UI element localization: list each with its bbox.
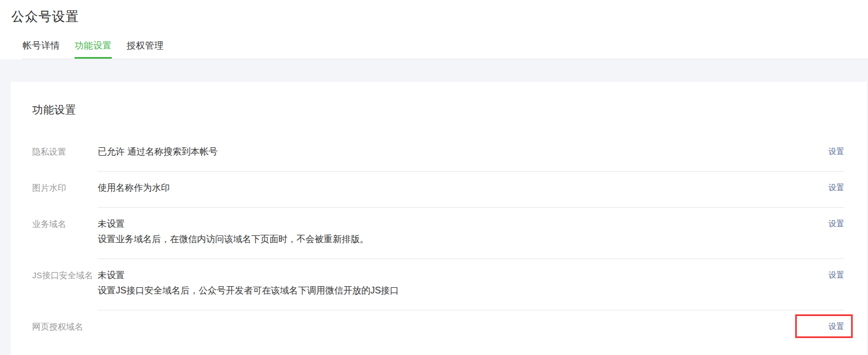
row-label: 网页授权域名 bbox=[32, 310, 98, 352]
row-description: 设置业务域名后，在微信内访问该域名下页面时，不会被重新排版。 bbox=[98, 234, 369, 244]
row-action-wrap: 设置 bbox=[828, 147, 844, 156]
row-body: 未设置 设置JS接口安全域名后，公众号开发者可在该域名下调用微信开放的JS接口 … bbox=[98, 259, 844, 310]
settings-row: 网页授权域名 设置 bbox=[32, 310, 844, 352]
tab-2[interactable]: 授权管理 bbox=[127, 40, 164, 59]
settings-row: 图片水印 使用名称作为水印 设置 bbox=[32, 172, 844, 208]
row-label: JS接口安全域名 bbox=[32, 259, 98, 310]
row-body: 使用名称作为水印 设置 bbox=[98, 172, 844, 208]
settings-row: 隐私设置 已允许 通过名称搜索到本帐号 设置 bbox=[32, 135, 844, 172]
row-action-wrap: 设置 bbox=[828, 183, 844, 192]
row-description: 设置JS接口安全域名后，公众号开发者可在该域名下调用微信开放的JS接口 bbox=[98, 286, 399, 296]
row-value: 未设置 bbox=[98, 219, 369, 229]
row-content: 未设置 设置JS接口安全域名后，公众号开发者可在该域名下调用微信开放的JS接口 bbox=[98, 270, 399, 296]
tab-bar: 帐号详情 功能设置 授权管理 bbox=[22, 40, 868, 59]
annotation-red-box: 设置 bbox=[795, 314, 853, 338]
row-body: 未设置 设置业务域名后，在微信内访问该域名下页面时，不会被重新排版。 设置 bbox=[98, 208, 844, 259]
row-content: 使用名称作为水印 bbox=[98, 183, 170, 193]
row-body: 已允许 通过名称搜索到本帐号 设置 bbox=[98, 135, 844, 172]
content-area: 功能设置 隐私设置 已允许 通过名称搜索到本帐号 设置 图片水印 使用名称作为水… bbox=[0, 59, 868, 355]
row-body: 设置 bbox=[98, 310, 844, 352]
row-label: 业务域名 bbox=[32, 208, 98, 259]
row-value: 使用名称作为水印 bbox=[98, 183, 170, 193]
row-value: 已允许 通过名称搜索到本帐号 bbox=[98, 147, 217, 157]
row-label: 图片水印 bbox=[32, 172, 98, 208]
row-label: 隐私设置 bbox=[32, 135, 98, 172]
panel-heading: 功能设置 bbox=[32, 103, 844, 117]
tab-1[interactable]: 功能设置 bbox=[75, 40, 112, 59]
settings-row: 业务域名 未设置 设置业务域名后，在微信内访问该域名下页面时，不会被重新排版。 … bbox=[32, 208, 844, 259]
row-value: 未设置 bbox=[98, 270, 399, 281]
row-action-wrap: 设置 bbox=[828, 219, 844, 228]
row-action-link[interactable]: 设置 bbox=[828, 147, 844, 156]
page-title: 公众号设置 bbox=[11, 8, 868, 25]
tab-0[interactable]: 帐号详情 bbox=[23, 40, 60, 59]
row-action-link[interactable]: 设置 bbox=[828, 219, 844, 228]
row-action-link[interactable]: 设置 bbox=[828, 322, 844, 331]
row-action-link[interactable]: 设置 bbox=[828, 270, 844, 279]
settings-row: JS接口安全域名 未设置 设置JS接口安全域名后，公众号开发者可在该域名下调用微… bbox=[32, 259, 844, 310]
row-content: 未设置 设置业务域名后，在微信内访问该域名下页面时，不会被重新排版。 bbox=[98, 219, 369, 244]
row-action-link[interactable]: 设置 bbox=[828, 183, 844, 192]
page-header: 公众号设置 帐号详情 功能设置 授权管理 bbox=[0, 0, 868, 59]
row-action-wrap: 设置 bbox=[828, 270, 844, 279]
function-settings-panel: 功能设置 隐私设置 已允许 通过名称搜索到本帐号 设置 图片水印 使用名称作为水… bbox=[11, 82, 867, 355]
row-content: 已允许 通过名称搜索到本帐号 bbox=[98, 147, 217, 157]
